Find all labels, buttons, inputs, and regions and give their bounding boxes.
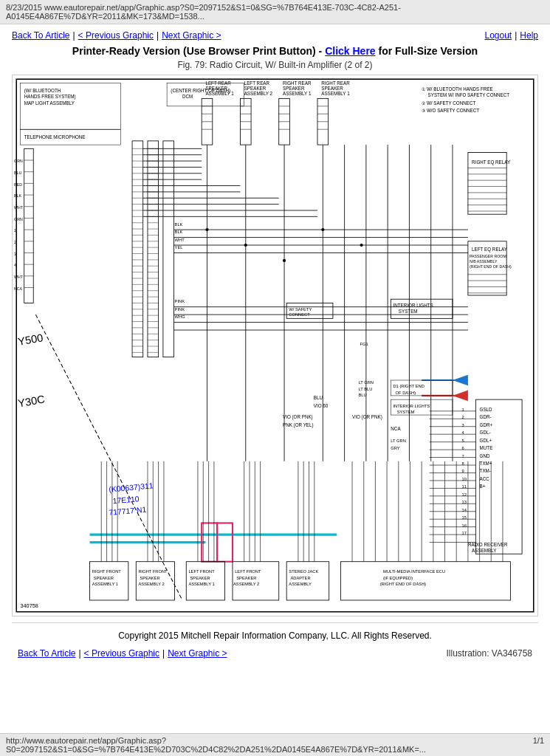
svg-point-339 <box>360 244 363 247</box>
svg-text:W/ SAFETY: W/ SAFETY <box>289 307 312 312</box>
svg-text:② W/ SAFETY CONNECT: ② W/ SAFETY CONNECT <box>422 100 475 106</box>
browser-url: 8/23/2015 www.eautorepair.net/app/Graphi… <box>6 3 401 21</box>
top-back-to-article-link[interactable]: Back To Article <box>12 30 69 41</box>
svg-text:ADAPTER: ADAPTER <box>290 576 310 580</box>
footer-nav-left: Back To Article | < Previous Graphic | N… <box>18 648 227 659</box>
svg-text:4: 4 <box>14 263 16 267</box>
svg-text:BLK: BLK <box>14 193 21 198</box>
top-nav-row: Back To Article | < Previous Graphic | N… <box>12 30 538 41</box>
svg-text:BLU: BLU <box>358 393 366 397</box>
svg-text:1: 1 <box>462 408 464 412</box>
svg-text:TXM+: TXM+ <box>480 461 492 466</box>
svg-text:SPEAKER: SPEAKER <box>140 576 160 580</box>
svg-text:N/B ASSEMBLY: N/B ASSEMBLY <box>470 259 498 264</box>
svg-text:D1 (RIGHT END: D1 (RIGHT END <box>393 384 424 388</box>
svg-text:ACC: ACC <box>480 476 490 481</box>
svg-text:2: 2 <box>462 415 464 419</box>
svg-text:(IF EQUIPPED): (IF EQUIPPED) <box>383 576 413 580</box>
svg-text:MULTI-MEDIA INTERFACE ECU: MULTI-MEDIA INTERFACE ECU <box>383 569 445 574</box>
svg-text:SYSTEM W/ INFO SAFETY CONNECT: SYSTEM W/ INFO SAFETY CONNECT <box>428 92 510 97</box>
help-link[interactable]: Help <box>520 30 538 41</box>
footer-prev-graphic-link[interactable]: < Previous Graphic <box>84 648 159 659</box>
svg-text:SPEAKER: SPEAKER <box>94 576 114 580</box>
svg-text:PINK: PINK <box>175 299 185 303</box>
svg-text:ASSEMBLY: ASSEMBLY <box>289 582 312 586</box>
svg-text:RIGHT EQ RELAY: RIGHT EQ RELAY <box>472 159 511 165</box>
top-prev-graphic-link[interactable]: < Previous Graphic <box>78 30 154 41</box>
svg-text:2: 2 <box>14 240 16 244</box>
svg-text:GRN: GRN <box>14 159 23 163</box>
click-here-link[interactable]: Click Here <box>325 45 375 57</box>
svg-text:9: 9 <box>462 469 464 473</box>
svg-text:3: 3 <box>462 423 464 427</box>
svg-text:MAP LIGHT ASSEMBLY: MAP LIGHT ASSEMBLY <box>24 100 75 106</box>
svg-text:BLU: BLU <box>314 395 323 400</box>
page-title: Printer-Ready Version (Use Browser Print… <box>12 45 538 57</box>
svg-text:1: 1 <box>14 228 16 233</box>
svg-text:MUTE: MUTE <box>480 445 493 450</box>
top-next-graphic-link[interactable]: Next Graphic > <box>162 30 221 41</box>
svg-text:SPEAKER: SPEAKER <box>190 576 210 580</box>
footer-back-to-article-link[interactable]: Back To Article <box>18 648 75 659</box>
svg-text:CONNECT: CONNECT <box>289 312 310 317</box>
svg-text:7: 7 <box>462 454 464 458</box>
browser-address-bar: 8/23/2015 www.eautorepair.net/app/Graphi… <box>0 0 550 24</box>
svg-text:GDL+: GDL+ <box>480 438 492 443</box>
page-content: Back To Article | < Previous Graphic | N… <box>0 24 550 667</box>
status-bar: http://www.eautorepair.net/app/Graphic.a… <box>0 733 550 756</box>
wiring-diagram-svg: (W/ BLUETOOTH HANDS FREE SYSTEM) MAP LIG… <box>13 75 537 616</box>
svg-text:ASSEMBLY 1: ASSEMBLY 1 <box>321 91 350 96</box>
svg-text:13: 13 <box>462 500 467 504</box>
svg-text:LEFT REAR: LEFT REAR <box>244 80 270 86</box>
svg-text:GND: GND <box>480 453 490 458</box>
svg-point-335 <box>205 228 208 231</box>
svg-point-337 <box>283 259 286 262</box>
svg-text:INTERIOR LIGHTS: INTERIOR LIGHTS <box>393 404 430 408</box>
svg-text:STEREO JACK: STEREO JACK <box>289 569 318 574</box>
svg-text:YEL: YEL <box>175 245 183 250</box>
svg-text:SPEAKER: SPEAKER <box>205 86 227 91</box>
top-nav-right: Logout | Help <box>484 30 538 41</box>
svg-text:LEFT REAR: LEFT REAR <box>205 80 231 86</box>
svg-text:WHG: WHG <box>175 315 186 319</box>
svg-text:16: 16 <box>462 523 467 528</box>
status-url: http://www.eautorepair.net/app/Graphic.a… <box>6 736 533 754</box>
logout-link[interactable]: Logout <box>484 30 512 41</box>
svg-text:WHT: WHT <box>14 205 24 210</box>
svg-text:340758: 340758 <box>20 602 38 609</box>
footer-next-graphic-link[interactable]: Next Graphic > <box>168 648 227 659</box>
svg-text:GDR-: GDR- <box>480 414 492 419</box>
footer-nav-sep-1: | <box>78 648 80 659</box>
svg-text:BLK: BLK <box>175 230 183 234</box>
footer-copyright: Copyright 2015 Mitchell Repair Informati… <box>12 622 538 645</box>
illustration-label: Illustration: VA346758 <box>446 648 532 659</box>
footer-nav: Back To Article | < Previous Graphic | N… <box>12 645 538 662</box>
svg-text:LT BLU: LT BLU <box>358 387 372 391</box>
svg-text:GRN: GRN <box>14 217 23 221</box>
svg-text:OF DASH): OF DASH) <box>396 391 416 395</box>
svg-text:6: 6 <box>462 446 464 450</box>
svg-text:3: 3 <box>14 252 16 256</box>
svg-text:ASSEMBLY 1: ASSEMBLY 1 <box>283 91 312 96</box>
svg-text:HANDS FREE SYSTEM): HANDS FREE SYSTEM) <box>24 94 76 100</box>
svg-text:BLU: BLU <box>14 171 21 175</box>
svg-text:BLK: BLK <box>175 222 183 227</box>
svg-text:GSLD: GSLD <box>480 407 493 412</box>
svg-text:ASSEMBLY 2: ASSEMBLY 2 <box>244 91 273 96</box>
svg-text:WHT: WHT <box>175 238 185 242</box>
svg-text:14: 14 <box>462 508 467 512</box>
svg-text:RIGHT FRONT: RIGHT FRONT <box>138 569 168 574</box>
svg-text:ASSEMBLY 1: ASSEMBLY 1 <box>205 91 234 96</box>
svg-text:11: 11 <box>462 484 467 489</box>
svg-text:10: 10 <box>462 477 467 481</box>
svg-text:ASSEMBLY 2: ASSEMBLY 2 <box>138 582 164 586</box>
svg-text:VIO (OR PNK): VIO (OR PNK) <box>352 414 382 420</box>
svg-text:WHT: WHT <box>14 275 24 279</box>
footer-nav-sep-2: | <box>162 648 165 659</box>
diagram-container: (W/ BLUETOOTH HANDS FREE SYSTEM) MAP LIG… <box>12 75 538 616</box>
svg-text:B+: B+ <box>480 484 486 489</box>
svg-text:GRY: GRY <box>391 446 400 450</box>
svg-text:12: 12 <box>462 492 467 497</box>
nav-sep-3: | <box>515 30 517 41</box>
svg-text:INTERIOR LIGHTS: INTERIOR LIGHTS <box>393 303 433 308</box>
